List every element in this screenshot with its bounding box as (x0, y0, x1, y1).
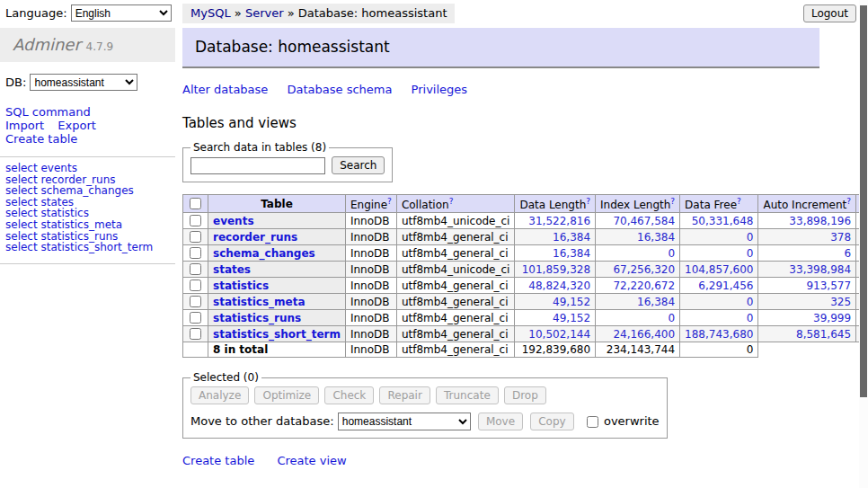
breadcrumb-mysql-link[interactable]: MySQL (190, 6, 231, 20)
search-input[interactable] (190, 157, 325, 174)
row-checkbox[interactable] (190, 312, 201, 324)
table-link-statistics-runs[interactable]: statistics_runs (213, 312, 301, 324)
row-checkbox[interactable] (190, 263, 201, 275)
breadcrumb-server-link[interactable]: Server (245, 6, 284, 20)
table-row-schema-changes: schema_changesInnoDButf8mb4_general_ci16… (183, 245, 868, 262)
data-length-link[interactable]: 31,522,816 (528, 215, 590, 227)
overwrite-checkbox[interactable] (587, 416, 598, 428)
row-checkbox[interactable] (190, 231, 201, 243)
row-checkbox[interactable] (190, 215, 201, 226)
row-checkbox[interactable] (190, 247, 201, 259)
optimize-button[interactable]: Optimize (254, 386, 319, 404)
database-schema-link[interactable]: Database schema (288, 83, 393, 96)
column-help-sup: ? (586, 196, 590, 206)
column-help-link[interactable]: ? (387, 197, 392, 206)
data-length-link[interactable]: 16,384 (553, 231, 590, 244)
alter-database-link[interactable]: Alter database (182, 83, 268, 96)
row-checkbox-cell (183, 294, 208, 310)
engine-cell: InnoDB (345, 326, 396, 342)
move-button[interactable]: Move (478, 413, 523, 430)
search-button[interactable]: Search (332, 156, 385, 174)
data-free-link[interactable]: 50,331,648 (692, 215, 754, 227)
logout-button[interactable]: Logout (803, 4, 856, 22)
drop-button[interactable]: Drop (504, 386, 546, 404)
data-free-link[interactable]: 0 (747, 247, 754, 260)
auto-increment-link[interactable]: 8,581,645 (796, 328, 851, 341)
sidebar-link-sql-command[interactable]: SQL command (5, 105, 91, 119)
analyze-button[interactable]: Analyze (190, 386, 249, 404)
copy-button[interactable]: Copy (530, 413, 573, 430)
index-length-link[interactable]: 72,220,672 (613, 279, 675, 292)
auto-increment-link[interactable]: 33,898,196 (789, 215, 851, 227)
select-all-checkbox[interactable] (190, 198, 201, 209)
data-length-link[interactable]: 48,824,320 (528, 279, 590, 292)
collation-cell: utf8mb4_general_ci (396, 278, 515, 294)
data-free-cell: 0 (680, 229, 758, 245)
data-free-link[interactable]: 6,291,456 (698, 279, 753, 292)
data-free-link[interactable]: 104,857,600 (685, 263, 753, 276)
column-help-link[interactable]: ? (737, 197, 741, 206)
column-header-table: Table (208, 195, 346, 213)
auto-increment-link[interactable]: 913,577 (806, 279, 851, 292)
data-length-cell: 101,859,328 (515, 262, 596, 278)
sidebar-link-export[interactable]: Export (58, 119, 96, 132)
data-free-link[interactable]: 0 (747, 296, 754, 308)
data-free-link[interactable]: 188,743,680 (685, 328, 753, 341)
index-length-link[interactable]: 16,384 (637, 296, 675, 308)
table-link-states[interactable]: states (213, 263, 251, 276)
data-length-link[interactable]: 16,384 (553, 247, 590, 260)
adminer-logo[interactable]: Adminer (13, 35, 81, 54)
auto-increment-link[interactable]: 39,999 (813, 312, 851, 324)
auto-increment-link[interactable]: 33,398,984 (789, 263, 851, 276)
row-checkbox[interactable] (190, 279, 201, 291)
data-length-link[interactable]: 49,152 (553, 296, 590, 308)
data-free-link[interactable]: 0 (747, 312, 754, 324)
language-select[interactable]: English (71, 4, 172, 22)
engine-cell: InnoDB (345, 310, 396, 326)
index-length-link[interactable]: 24,166,400 (613, 328, 675, 341)
auto-increment-link[interactable]: 325 (830, 296, 851, 308)
row-checkbox[interactable] (190, 328, 201, 340)
data-length-link[interactable]: 101,859,328 (522, 263, 590, 276)
index-length-link[interactable]: 16,384 (637, 231, 675, 244)
privileges-link[interactable]: Privileges (412, 83, 468, 96)
column-help-link[interactable]: ? (449, 197, 454, 206)
sidebar-link-select-statistics-short-term[interactable]: select statistics_short_term (5, 241, 153, 253)
data-length-link[interactable]: 49,152 (553, 312, 590, 324)
data-length-cell: 16,384 (515, 229, 596, 245)
column-help-sup: ? (737, 196, 741, 206)
truncate-button[interactable]: Truncate (436, 386, 499, 404)
check-button[interactable]: Check (324, 386, 374, 404)
row-checkbox[interactable] (190, 296, 201, 307)
data-free-cell: 0 (680, 245, 758, 262)
data-free-link[interactable]: 0 (747, 231, 754, 244)
data-length-link[interactable]: 10,502,144 (528, 328, 590, 341)
repair-button[interactable]: Repair (379, 386, 430, 404)
table-link-recorder-runs[interactable]: recorder_runs (213, 231, 297, 244)
sidebar-main-links: SQL command Import Export Create table (5, 105, 149, 146)
table-link-schema-changes[interactable]: schema_changes (213, 247, 315, 260)
table-link-statistics[interactable]: statistics (213, 279, 269, 292)
auto-increment-link[interactable]: 378 (830, 231, 851, 244)
table-link-events[interactable]: events (213, 215, 254, 227)
index-length-link[interactable]: 0 (668, 312, 675, 324)
index-length-link[interactable]: 67,256,320 (613, 263, 675, 276)
create-table-link[interactable]: Create table (182, 454, 254, 467)
index-length-link[interactable]: 70,467,584 (613, 215, 675, 227)
column-help-link[interactable]: ? (670, 197, 675, 206)
sidebar-link-create-table[interactable]: Create table (5, 132, 77, 146)
db-select[interactable]: homeassistant (30, 74, 137, 91)
table-link-statistics-meta[interactable]: statistics_meta (213, 296, 306, 308)
column-help-link[interactable]: ? (846, 197, 851, 206)
create-view-link[interactable]: Create view (277, 454, 346, 467)
auto-increment-link[interactable]: 6 (844, 247, 851, 260)
vertical-scrollbar[interactable] (859, 0, 868, 488)
move-database-select[interactable]: homeassistant (338, 413, 471, 430)
table-link-statistics-short-term[interactable]: statistics_short_term (213, 328, 341, 341)
column-help-link[interactable]: ? (586, 197, 590, 206)
sidebar-link-import[interactable]: Import (5, 119, 44, 132)
scrollbar-thumb[interactable] (860, 5, 867, 397)
tables-overview: TableEngine?Collation?Data Length?Index … (182, 194, 868, 358)
index-length-link[interactable]: 0 (668, 247, 675, 260)
data-length-cell: 49,152 (515, 310, 596, 326)
